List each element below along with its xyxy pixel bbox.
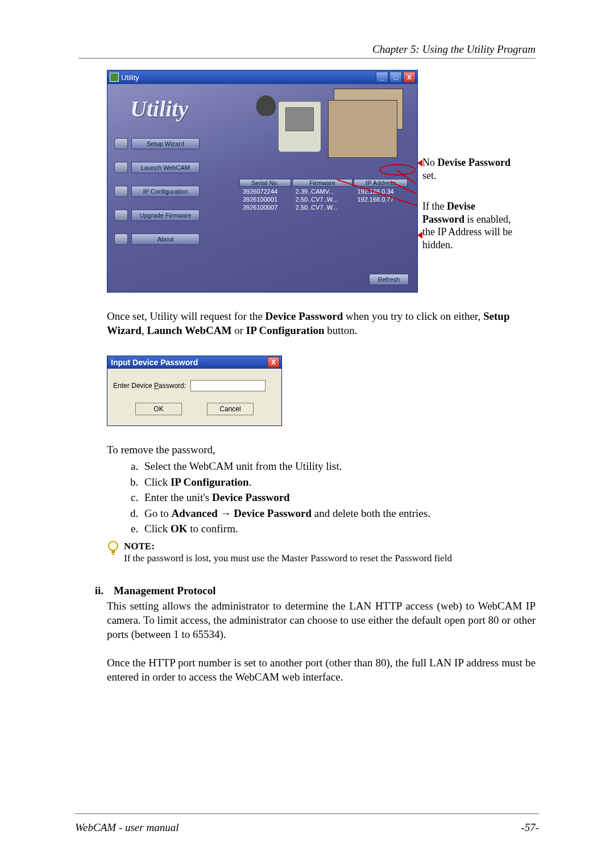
footer-left: WebCAM - user manual	[75, 821, 179, 834]
text: or	[231, 324, 246, 336]
t: Click	[144, 476, 171, 488]
cell-serial: 3926100001	[239, 196, 291, 203]
list-item: Select the WebCAM unit from the Utility …	[141, 458, 536, 474]
utility-logo-text: Utility	[130, 95, 188, 122]
bottom-rule	[75, 813, 539, 814]
close-icon[interactable]: X	[267, 357, 280, 368]
tb: IP Configuration	[171, 476, 249, 488]
list-item: Enter the unit's Device Password	[141, 490, 536, 506]
refresh-button[interactable]: Refresh	[369, 274, 409, 285]
list-item: Go to Advanced → Device Password and del…	[141, 506, 536, 521]
t: .	[249, 476, 252, 488]
password-input[interactable]	[190, 380, 265, 391]
list-item: Click OK to confirm.	[141, 521, 536, 537]
setup-wizard-label: Setup Wizard	[131, 138, 200, 149]
dialog-title: Input Device Password	[111, 358, 198, 367]
tb: Advanced	[172, 507, 218, 519]
mgmt-para-1: This setting allows the administrator to…	[107, 599, 536, 641]
table-header-row: Serial No. Firmware IP Address	[239, 179, 408, 187]
t: Click	[144, 523, 171, 535]
about-button[interactable]: About	[114, 233, 200, 245]
minimize-icon[interactable]: _	[376, 72, 388, 83]
text-bold: Launch WebCAM	[147, 324, 231, 336]
subsection-title: Management Protocol	[114, 585, 216, 597]
lightbulb-icon	[107, 540, 119, 557]
callout-text: No	[422, 157, 438, 168]
maximize-icon[interactable]: □	[389, 72, 402, 83]
window-title: Utility	[121, 73, 139, 82]
mgmt-para-2: Once the HTTP port number is set to anot…	[107, 656, 536, 684]
arrow-icon	[417, 232, 422, 239]
cell-ip	[354, 204, 408, 211]
svg-rect-1	[111, 550, 115, 553]
cell-firmware: 2.50..CV7..W...	[292, 196, 353, 203]
note-title: NOTE:	[124, 541, 155, 552]
dialog-titlebar: Input Device Password X	[107, 356, 281, 369]
note-block: NOTE: If the password is lost, you must …	[107, 540, 536, 565]
callout-text: set.	[422, 170, 437, 181]
tb: OK	[171, 523, 188, 535]
chapter-heading: Chapter 5: Using the Utility Program	[78, 43, 536, 56]
footer-right: -57-	[521, 821, 539, 834]
note-body: If the password is lost, you must use th…	[124, 553, 452, 564]
setup-wizard-button[interactable]: Setup Wizard	[114, 138, 200, 149]
t: to confirm.	[187, 523, 238, 535]
thumbnail-image	[328, 100, 397, 158]
table-row[interactable]: 3926100007 2.50..CV7..W...	[239, 204, 408, 211]
list-item: Click IP Configuration.	[141, 474, 536, 490]
callout-bold: Devise Password	[438, 157, 511, 168]
label-mnemonic: P	[154, 382, 159, 390]
remove-intro: To remove the password,	[107, 443, 536, 457]
label-part: assword:	[159, 382, 186, 390]
tb: Device Password	[234, 507, 312, 519]
window-titlebar: Utility _ □ X	[107, 70, 417, 84]
button-knob-icon	[114, 186, 128, 197]
label-part: Enter Device	[113, 382, 154, 390]
text: when you try to click on either,	[343, 310, 483, 322]
page-footer: WebCAM - user manual -57-	[75, 821, 539, 834]
dialog-row: Enter Device Password:	[107, 369, 281, 395]
remove-steps: Select the WebCAM unit from the Utility …	[107, 458, 536, 537]
password-dialog: Input Device Password X Enter Device Pas…	[107, 356, 282, 426]
button-knob-icon	[114, 233, 128, 245]
utility-window: Utility _ □ X Utility Setup Wizard	[107, 70, 418, 293]
t: Enter the unit's	[144, 491, 212, 503]
cell-firmware: 2.50..CV7..W...	[292, 204, 353, 211]
ok-button[interactable]: OK	[135, 403, 182, 415]
t: →	[218, 507, 234, 519]
upgrade-firmware-label: Upgrade Firmware	[131, 210, 200, 221]
svg-point-0	[109, 541, 118, 550]
upgrade-firmware-button[interactable]: Upgrade Firmware	[114, 210, 200, 221]
button-knob-icon	[114, 162, 128, 173]
cancel-button[interactable]: Cancel	[207, 403, 254, 415]
preview-imagery	[233, 89, 403, 171]
figure-dialog: Input Device Password X Enter Device Pas…	[107, 356, 536, 426]
t: Go to	[144, 507, 172, 519]
text: Once set, Utility will request for the	[107, 310, 265, 322]
launch-webcam-button[interactable]: Launch WebCAM	[114, 162, 200, 173]
button-knob-icon	[114, 138, 128, 149]
subsection-heading: ii. Management Protocol	[88, 585, 536, 597]
subsection-num: ii.	[88, 585, 103, 597]
monitor-icon	[278, 101, 321, 152]
tb: Device Password	[212, 491, 290, 503]
t: and delete both the entries.	[312, 507, 430, 519]
callout-ip-hidden: If the Devise Password is enabled, the I…	[422, 200, 516, 251]
table-row[interactable]: 3926100001 2.50..CV7..W... 192.168.0.77	[239, 196, 408, 203]
callout-text: If the	[422, 201, 447, 212]
close-icon[interactable]: X	[403, 72, 416, 83]
col-serial[interactable]: Serial No.	[239, 179, 291, 187]
cell-firmware: 2.39..CAMV...	[292, 188, 353, 195]
top-rule	[78, 58, 536, 59]
note-text: NOTE: If the password is lost, you must …	[124, 540, 452, 565]
ip-configuration-button[interactable]: IP Configuration	[114, 186, 200, 197]
cell-serial: 3926100007	[239, 204, 291, 211]
figure-callouts: No Devise Password set. If the Devise Pa…	[422, 156, 516, 269]
callout-no-password: No Devise Password set.	[422, 156, 516, 182]
text-bold: Device Password	[265, 310, 343, 322]
app-icon	[110, 73, 119, 82]
col-firmware[interactable]: Firmware	[292, 179, 353, 187]
camera-icon	[256, 95, 276, 116]
para-once-set: Once set, Utility will request for the D…	[107, 310, 536, 337]
arrow-icon	[417, 160, 422, 166]
